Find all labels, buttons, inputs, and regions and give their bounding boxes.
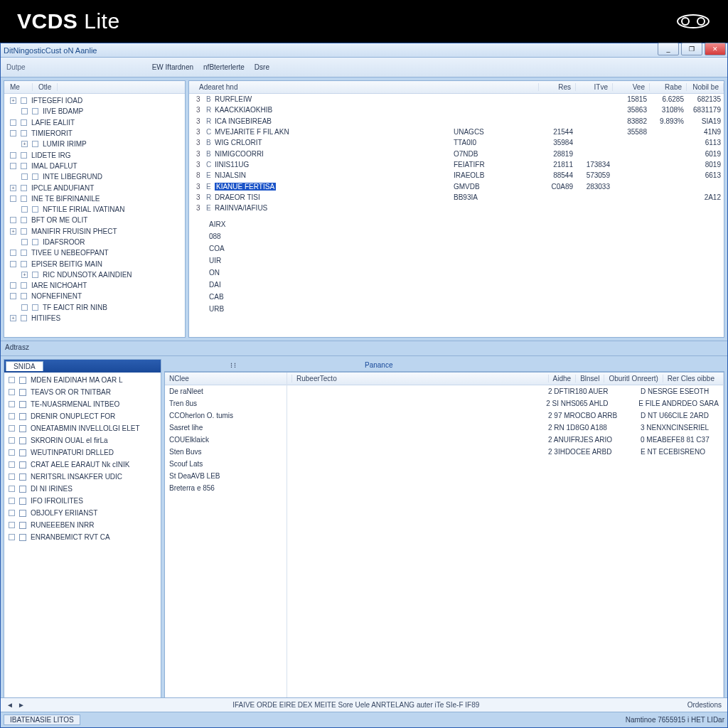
code-item[interactable]: 088 bbox=[189, 232, 724, 245]
property-row[interactable]: Tren 8us bbox=[165, 397, 287, 410]
list-item[interactable]: MDEN EAIDINAH MA OAR L bbox=[4, 374, 161, 386]
list-item[interactable]: NERITSRL INSAKFER UDIC bbox=[4, 471, 161, 483]
checkbox[interactable] bbox=[19, 534, 26, 541]
tree-item[interactable]: IMAL DAFLUT bbox=[4, 161, 185, 171]
expander-icon[interactable] bbox=[9, 461, 15, 468]
expander-icon[interactable]: + bbox=[10, 315, 16, 321]
grid-row[interactable]: 3CIINIS11UGFEIATIFR218111738348019 bbox=[189, 159, 724, 170]
code-item[interactable]: ON bbox=[189, 269, 724, 281]
list-item[interactable]: CRAT AELE EARAUT Nk cINIK bbox=[4, 459, 161, 471]
list-item[interactable]: TEAVS OR OR TNITBAR bbox=[4, 386, 161, 398]
expander-icon[interactable] bbox=[10, 282, 16, 289]
expander-icon[interactable] bbox=[10, 261, 16, 267]
property-row[interactable]: De raNleet bbox=[165, 385, 287, 397]
expander-icon[interactable] bbox=[21, 239, 28, 245]
list-item[interactable]: OBJOLFY ERIIANST bbox=[4, 507, 161, 519]
code-item[interactable]: AIRX bbox=[189, 220, 724, 232]
expander-icon[interactable]: + bbox=[21, 141, 28, 147]
expander-icon[interactable] bbox=[9, 510, 15, 516]
code-item[interactable]: DAI bbox=[189, 281, 724, 293]
toolbar-item[interactable]: EW Iftardnen bbox=[152, 63, 193, 71]
expander-icon[interactable] bbox=[21, 108, 28, 114]
result-row[interactable]: 2 RN 1D8G0 A1883 NENXNCINSERIEL bbox=[287, 422, 723, 434]
list-item[interactable]: IFO IFROILITES bbox=[4, 495, 161, 507]
tree-item[interactable]: NFTILE FIRIAL IVATINAN bbox=[4, 204, 185, 215]
tree-item[interactable]: INE TE BIFRINANILE bbox=[4, 193, 185, 204]
lr-col1-header[interactable]: NClee bbox=[169, 375, 189, 382]
checkbox[interactable] bbox=[19, 461, 26, 469]
expander-icon[interactable] bbox=[10, 130, 16, 136]
lower-left-tab[interactable]: SNIDA bbox=[6, 361, 43, 371]
checkbox[interactable] bbox=[19, 449, 26, 456]
scroll-left-icon[interactable]: ◄ bbox=[6, 701, 14, 709]
tree-item[interactable]: LIDETE IRG bbox=[4, 149, 185, 160]
mid-splitter[interactable]: Adtrasz bbox=[1, 341, 727, 356]
tree-col-1[interactable]: Otle bbox=[33, 83, 58, 91]
property-row[interactable]: Breterra e 856 bbox=[165, 482, 287, 494]
expander-icon[interactable] bbox=[10, 196, 16, 202]
grid-col-name[interactable]: Adearet hnd bbox=[189, 83, 539, 91]
result-row[interactable]: 2 ANUIFRJES ARIO0 MEABEFE8 81 C37 bbox=[287, 434, 723, 446]
tree-item[interactable]: +LUMIR IRIMP bbox=[4, 139, 185, 149]
expander-icon[interactable] bbox=[9, 377, 15, 383]
result-row[interactable]: 2 3IHDOCEE ARBDE NT ECEBISRENO bbox=[287, 446, 723, 458]
property-row[interactable]: COUElklaick bbox=[165, 434, 287, 446]
checkbox[interactable] bbox=[19, 389, 26, 396]
tree-item[interactable]: +RIC NDUNSOTK AAINDIEN bbox=[4, 269, 185, 280]
tree-item[interactable]: IARE NICHOAHT bbox=[4, 280, 185, 291]
expander-icon[interactable] bbox=[9, 389, 15, 395]
grid-row[interactable]: 3RICA INGEBIREAB838829.893%SIA19 bbox=[189, 116, 724, 127]
grid-col-c1[interactable]: Res bbox=[539, 83, 576, 91]
expander-icon[interactable]: + bbox=[21, 272, 28, 278]
list-item[interactable]: DRENIR ONUPLECT FOR bbox=[4, 410, 161, 422]
tree-item[interactable]: +IFTEGEFI IOAD bbox=[4, 95, 185, 106]
grid-row[interactable]: 8ENIJALSINIRAEOLB885445730596613 bbox=[189, 170, 724, 181]
drag-handle-icon[interactable]: ⫶⫶ bbox=[230, 361, 237, 369]
expander-icon[interactable] bbox=[9, 413, 15, 419]
result-row[interactable]: 2 97 MROCBO ARRBD NT U66CILE 2ARD bbox=[287, 410, 723, 422]
expander-icon[interactable] bbox=[9, 449, 15, 456]
checkbox[interactable] bbox=[19, 486, 26, 493]
expander-icon[interactable] bbox=[10, 250, 16, 256]
result-row[interactable]: 2 DFTIR180 AUERD NESRGE ESEOTH bbox=[287, 385, 723, 397]
list-item[interactable]: TE-NUASRMENAL INTBEO bbox=[4, 398, 161, 410]
list-item[interactable]: WEUTINPATURI DRLLED bbox=[4, 446, 161, 459]
list-item[interactable]: ONEATABMIN INVELLOLGI ELET bbox=[4, 422, 161, 434]
tree-item[interactable]: +IPCLE ANDUFIANT bbox=[4, 182, 185, 193]
tree-item[interactable]: +MANIFIR FRUISIN PHECT bbox=[4, 226, 185, 237]
expander-icon[interactable] bbox=[9, 498, 15, 504]
checkbox[interactable] bbox=[19, 425, 26, 432]
scroll-right-icon[interactable]: ► bbox=[18, 701, 25, 709]
property-row[interactable]: Scouf Lats bbox=[165, 458, 287, 470]
list-item[interactable]: ENRANBEMICT RVT CA bbox=[4, 531, 161, 543]
checkbox[interactable] bbox=[19, 437, 26, 444]
expander-icon[interactable] bbox=[9, 401, 15, 407]
checkbox[interactable] bbox=[19, 401, 26, 408]
code-item[interactable]: URB bbox=[189, 305, 724, 317]
close-button[interactable]: ✕ bbox=[705, 43, 726, 55]
code-item[interactable]: CAB bbox=[189, 293, 724, 305]
code-item[interactable]: COA bbox=[189, 245, 724, 257]
property-row[interactable]: St DeaAVB LEB bbox=[165, 470, 287, 482]
result-row[interactable]: 2 SI NHS065 AHLDE FILE ANDRDEO SARA bbox=[287, 397, 723, 410]
checkbox[interactable] bbox=[19, 413, 26, 420]
tree-item[interactable]: NOFNEFINENT bbox=[4, 291, 185, 301]
checkbox[interactable] bbox=[19, 377, 26, 384]
lr-col2-hcell[interactable]: Aidhe bbox=[548, 375, 576, 382]
expander-icon[interactable] bbox=[10, 293, 16, 299]
expander-icon[interactable] bbox=[10, 163, 16, 169]
expander-icon[interactable] bbox=[10, 152, 16, 159]
tree-item[interactable]: EPISER BEITIG MAIN bbox=[4, 258, 185, 269]
grid-row[interactable]: 3CMVEJARITE F FIL AKNUNAGCS215443558841N… bbox=[189, 127, 724, 137]
grid-col-c2[interactable]: ITve bbox=[576, 83, 613, 91]
checkbox[interactable] bbox=[19, 510, 26, 517]
tree-item[interactable]: LAFIE EALIIT bbox=[4, 117, 185, 128]
grid-row[interactable]: 3RKAACKKIAOKHIB358633108%6831179 bbox=[189, 105, 724, 115]
tree-col-0[interactable]: Me bbox=[4, 83, 33, 91]
lr-col2-hcell[interactable]: Rer Cles oibbe bbox=[663, 375, 719, 382]
expander-icon[interactable] bbox=[9, 473, 15, 480]
footer-right[interactable]: Ordestions bbox=[687, 701, 722, 709]
tree-item[interactable]: IDAFSROOR bbox=[4, 237, 185, 247]
expander-icon[interactable] bbox=[10, 119, 16, 126]
expander-icon[interactable]: + bbox=[10, 97, 16, 104]
